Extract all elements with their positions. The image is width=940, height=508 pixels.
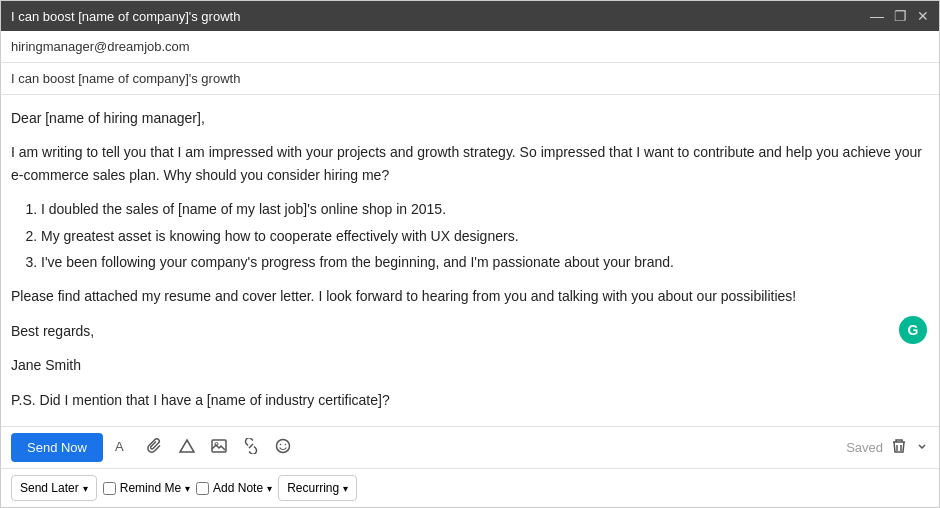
grammarly-icon: G — [908, 322, 919, 338]
recurring-button[interactable]: Recurring ▾ — [278, 475, 357, 501]
grammarly-button[interactable]: G — [899, 316, 927, 344]
more-options-icon[interactable] — [915, 439, 929, 457]
close-button[interactable]: ✕ — [917, 8, 929, 24]
add-note-checkbox-wrapper[interactable]: Add Note ▾ — [196, 481, 272, 495]
svg-point-4 — [276, 439, 289, 452]
list-item: I doubled the sales of [name of my last … — [41, 198, 929, 220]
svg-text:A: A — [115, 439, 124, 454]
link-icon[interactable] — [239, 436, 263, 460]
window-controls: — ❐ ✕ — [870, 8, 929, 24]
signature: Jane Smith — [11, 354, 929, 376]
emoji-icon[interactable] — [271, 436, 295, 460]
list-item: My greatest asset is knowing how to coop… — [41, 225, 929, 247]
photo-icon[interactable] — [207, 436, 231, 460]
to-field[interactable]: hiringmanager@dreamjob.com — [1, 31, 939, 63]
svg-point-5 — [280, 443, 282, 445]
email-body[interactable]: Dear [name of hiring manager], I am writ… — [1, 95, 939, 426]
compose-toolbar: Send Now A — [1, 426, 939, 468]
bullet-list: I doubled the sales of [name of my last … — [41, 198, 929, 273]
title-bar: I can boost [name of company]'s growth —… — [1, 1, 939, 31]
subject-field[interactable]: I can boost [name of company]'s growth — [1, 63, 939, 95]
paragraph-2: Please find attached my resume and cover… — [11, 285, 929, 307]
recurring-dropdown-icon[interactable]: ▾ — [343, 483, 348, 494]
remind-me-checkbox[interactable] — [103, 482, 116, 495]
remind-me-label: Remind Me — [120, 481, 181, 495]
svg-point-6 — [285, 443, 287, 445]
minimize-button[interactable]: — — [870, 8, 884, 24]
add-note-checkbox[interactable] — [196, 482, 209, 495]
subject-text: I can boost [name of company]'s growth — [11, 71, 240, 86]
delete-draft-icon[interactable] — [891, 438, 907, 458]
bottom-bar: Send Later ▾ Remind Me ▾ Add Note ▾ Recu… — [1, 468, 939, 507]
svg-marker-1 — [180, 440, 194, 452]
greeting: Dear [name of hiring manager], — [11, 107, 929, 129]
restore-button[interactable]: ❐ — [894, 8, 907, 24]
send-now-button[interactable]: Send Now — [11, 433, 103, 462]
paragraph-1: I am writing to tell you that I am impre… — [11, 141, 929, 186]
remind-me-dropdown-icon[interactable]: ▾ — [185, 483, 190, 494]
attach-file-icon[interactable] — [143, 436, 167, 460]
remind-me-checkbox-wrapper[interactable]: Remind Me ▾ — [103, 481, 190, 495]
list-item: I've been following your company's progr… — [41, 251, 929, 273]
postscript: P.S. Did I mention that I have a [name o… — [11, 389, 929, 411]
drive-icon[interactable] — [175, 436, 199, 460]
font-format-icon[interactable]: A — [111, 436, 135, 460]
email-compose-window: I can boost [name of company]'s growth —… — [0, 0, 940, 508]
closing: Best regards, — [11, 320, 929, 342]
to-address: hiringmanager@dreamjob.com — [11, 39, 190, 54]
body-wrapper: Dear [name of hiring manager], I am writ… — [1, 95, 939, 426]
send-later-button[interactable]: Send Later ▾ — [11, 475, 97, 501]
window-title: I can boost [name of company]'s growth — [11, 9, 240, 24]
send-later-dropdown-icon[interactable]: ▾ — [83, 483, 88, 494]
add-note-dropdown-icon[interactable]: ▾ — [267, 483, 272, 494]
add-note-label: Add Note — [213, 481, 263, 495]
saved-indicator: Saved — [846, 440, 883, 455]
